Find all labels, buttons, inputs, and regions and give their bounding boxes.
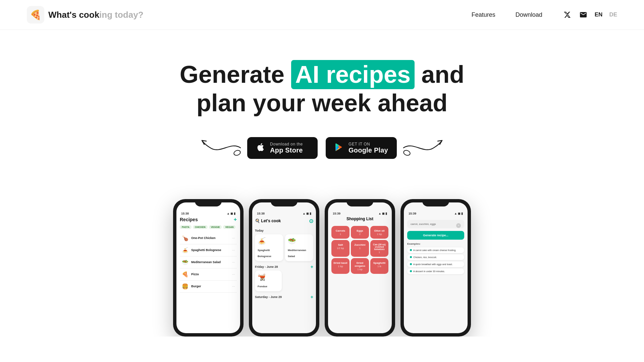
recipe-item[interactable]: 🍕 Pizza ··· bbox=[180, 268, 237, 281]
example-chip-1[interactable]: A carrot cake with cream cheese frosting… bbox=[407, 247, 464, 253]
recipe-emoji-1: 🍗 bbox=[182, 235, 189, 241]
phone-recipes: 15:38 ▲ ◼ ▮ Recipes + PASTA CHICKEN VEGG… bbox=[173, 199, 244, 337]
example-dot-4 bbox=[410, 270, 412, 272]
left-arrow-decoration bbox=[200, 138, 244, 158]
letscook-header: 🍳 Let's cook ⊙ bbox=[255, 217, 313, 227]
shopping-item-basil[interactable]: Dried basil 1 tsp bbox=[331, 258, 350, 274]
googleplay-text: GET IT ON Google Play bbox=[348, 142, 388, 154]
phone-notch-1 bbox=[195, 199, 222, 206]
toggle-btn[interactable]: ⊙ bbox=[309, 218, 313, 224]
generate-input[interactable]: carrot, zucchini, eggs bbox=[407, 220, 464, 228]
recipe-name-5: Burger bbox=[191, 285, 229, 288]
example-text-2: Chicken, rice, broccoli. bbox=[413, 256, 437, 258]
example-dot-2 bbox=[410, 256, 412, 258]
shopping-title: Shopping List bbox=[331, 217, 388, 221]
googleplay-button[interactable]: GET IT ON Google Play bbox=[326, 137, 397, 159]
recipe-dots-5[interactable]: ··· bbox=[232, 285, 235, 288]
recipe-emoji-4: 🍕 bbox=[182, 271, 189, 278]
section-today: Today bbox=[255, 229, 313, 232]
recipes-title: Recipes bbox=[180, 217, 198, 222]
example-chip-4[interactable]: A dessert in under 30 minutes. bbox=[407, 268, 464, 274]
tag-row: PASTA CHICKEN VEGGIE VEGAN bbox=[180, 225, 237, 229]
appstore-text: Download on the App Store bbox=[270, 142, 303, 154]
shopping-item-eggs[interactable]: Eggs 2 bbox=[351, 226, 369, 239]
recipe-name-4: Pizza bbox=[191, 273, 229, 276]
generate-screen: carrot, zucchini, eggs × Generate recipe… bbox=[404, 217, 468, 279]
lang-en-button[interactable]: EN bbox=[595, 11, 603, 18]
tag-veggie[interactable]: VEGGIE bbox=[209, 225, 222, 229]
tag-vegan[interactable]: VEGAN bbox=[223, 225, 235, 229]
example-chip-3[interactable]: A quick breakfast with eggs and toast. bbox=[407, 261, 464, 267]
recipe-item[interactable]: 🍔 Burger ··· bbox=[180, 281, 237, 293]
example-dot-1 bbox=[410, 249, 412, 251]
meal-card-spaghetti[interactable]: 🍝 Spaghetti Bolognese bbox=[255, 234, 283, 261]
clear-input-btn[interactable]: × bbox=[456, 223, 461, 228]
recipe-dots-1[interactable]: ··· bbox=[232, 236, 235, 240]
navbar: 🍕 What's cooking today? Features Downloa… bbox=[0, 0, 644, 30]
logo-link[interactable]: 🍕 What's cooking today? bbox=[27, 6, 144, 23]
saturday-row: Saturday - June 29 + bbox=[255, 293, 313, 301]
shopping-item-carrots[interactable]: Carrots 1 bbox=[331, 226, 350, 239]
right-arrow-decoration bbox=[400, 138, 444, 158]
phones-section: 15:38 ▲ ◼ ▮ Recipes + PASTA CHICKEN VEGG… bbox=[0, 179, 644, 337]
googleplay-icon bbox=[334, 142, 344, 154]
tag-pasta[interactable]: PASTA bbox=[180, 225, 192, 229]
lang-de-button[interactable]: DE bbox=[609, 11, 617, 18]
recipe-item[interactable]: 🍝 Spaghetti Bolognese ··· bbox=[180, 244, 237, 256]
svg-point-0 bbox=[233, 149, 241, 156]
example-chip-2[interactable]: Chicken, rice, broccoli. bbox=[407, 254, 464, 260]
tag-chicken[interactable]: CHICKEN bbox=[193, 225, 208, 229]
meal-cards-friday: 🫕 Fondue bbox=[255, 270, 313, 291]
shopping-item-spaghetti[interactable]: Spaghetti 1 lb bbox=[370, 258, 388, 274]
section-saturday: Saturday - June 29 bbox=[255, 295, 282, 299]
twitter-icon[interactable] bbox=[562, 10, 572, 19]
phone-notch-3 bbox=[346, 199, 373, 206]
nav-actions: EN DE bbox=[562, 10, 617, 19]
examples-label: Examples: bbox=[407, 242, 464, 245]
meal-card-salad[interactable]: 🥗 Mediterranean Salad bbox=[285, 234, 313, 261]
friday-row: Friday - June 28 + bbox=[255, 263, 313, 270]
section-friday: Friday - June 28 bbox=[255, 265, 278, 268]
recipe-emoji-3: 🥗 bbox=[182, 259, 189, 265]
cta-row: Download on the App Store bbox=[247, 137, 397, 159]
letscook-title: 🍳 Let's cook bbox=[255, 219, 281, 223]
recipe-item[interactable]: 🍗 One-Pot Chicken ··· bbox=[180, 232, 237, 244]
example-text-1: A carrot cake with cream cheese frosting… bbox=[413, 249, 456, 251]
example-text-3: A quick breakfast with eggs and toast. bbox=[413, 263, 453, 265]
shopping-item-oregano[interactable]: Dried oregano 1 tsp bbox=[351, 258, 369, 274]
phone-letscook: 15:38 ▲ ◼ ▮ 🍳 Let's cook ⊙ Today 🍝 Spagh… bbox=[249, 199, 319, 337]
svg-point-1 bbox=[403, 149, 411, 156]
nav-download[interactable]: Download bbox=[516, 11, 542, 18]
shopping-item-tomatoes[interactable]: Can (28 oz) crushed tomatoes 1 bbox=[370, 240, 388, 257]
nav-links: Features Download bbox=[472, 11, 542, 18]
add-friday-btn[interactable]: + bbox=[311, 264, 313, 269]
logo-text: What's cooking today? bbox=[48, 10, 144, 20]
hero-title: Generate AI recipes and plan your week a… bbox=[180, 60, 464, 117]
recipe-name-3: Mediterranean Salad bbox=[191, 260, 229, 264]
logo-icon: 🍕 bbox=[27, 6, 44, 23]
shopping-grid: Carrots 1 Eggs 2 Olive oil 1 tsp Salt bbox=[331, 224, 388, 274]
apple-icon bbox=[256, 142, 265, 154]
shopping-item-oliveoil[interactable]: Olive oil 1 tsp bbox=[370, 226, 388, 239]
meal-card-name-2: Mediterranean Salad bbox=[288, 249, 306, 258]
nav-features[interactable]: Features bbox=[472, 11, 495, 18]
add-recipe-btn[interactable]: + bbox=[234, 217, 237, 223]
recipe-name-2: Spaghetti Bolognese bbox=[191, 248, 229, 252]
appstore-button[interactable]: Download on the App Store bbox=[247, 137, 318, 159]
recipe-dots-2[interactable]: ··· bbox=[232, 248, 235, 252]
recipe-item[interactable]: 🥗 Mediterranean Salad ··· bbox=[180, 256, 237, 268]
add-saturday-btn[interactable]: + bbox=[311, 294, 313, 300]
phone-notch-4 bbox=[422, 199, 449, 206]
shopping-item-zucchini[interactable]: Zucchini 1 bbox=[351, 240, 369, 257]
example-text-4: A dessert in under 30 minutes. bbox=[413, 270, 445, 273]
mail-icon[interactable] bbox=[579, 10, 588, 19]
shopping-item-salt[interactable]: Salt 1/2 tsp bbox=[331, 240, 350, 257]
recipe-dots-3[interactable]: ··· bbox=[232, 260, 235, 264]
phone-shopping: 15:39 ▲ ◼ ▮ Shopping List Carrots 1 Eggs… bbox=[325, 199, 395, 337]
recipe-dots-4[interactable]: ··· bbox=[232, 273, 235, 276]
ai-highlight: AI recipes bbox=[291, 60, 415, 89]
hero-section: Generate AI recipes and plan your week a… bbox=[0, 30, 644, 179]
meal-card-fondue[interactable]: 🫕 Fondue bbox=[255, 270, 282, 291]
generate-recipe-button[interactable]: Generate recipe... bbox=[407, 231, 464, 240]
recipe-emoji-5: 🍔 bbox=[182, 283, 189, 290]
